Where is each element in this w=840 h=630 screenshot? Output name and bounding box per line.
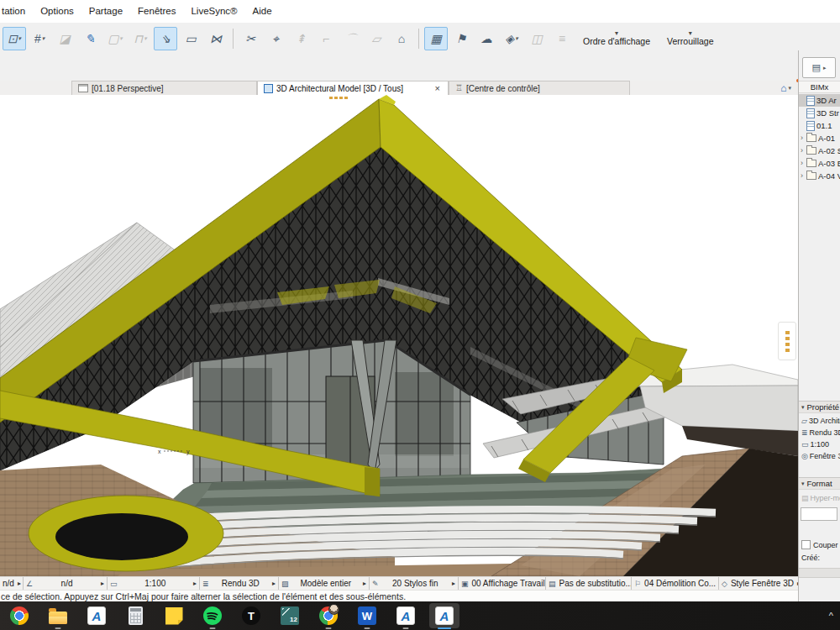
arrow-right-icon: ▸ [193, 580, 197, 587]
pin-icon: ⇞ [296, 33, 306, 45]
menu-item-aide[interactable]: Aide [245, 0, 280, 23]
couper-checkbox-row[interactable]: Couper en [801, 540, 840, 549]
tree-item-3d-structural[interactable]: 3D Str [799, 107, 840, 119]
pan-tool-button[interactable]: ⇘ [154, 27, 177, 50]
tab-3d-model[interactable]: 3D Architectural Model [3D / Tous] × [257, 81, 449, 95]
flag-tool-button[interactable]: ⚑ [449, 27, 473, 50]
taskbar-word[interactable]: W [348, 601, 386, 630]
diamond-icon: ◇ [722, 580, 727, 588]
status-renovation-filter[interactable]: ⚐ 04 Démolition Co... ▸ [632, 577, 719, 590]
origin-y-label: y [186, 449, 190, 455]
axis-tool-button[interactable]: ≡ [550, 27, 574, 50]
status-model-filter[interactable]: ▨ Modèle entier ▸ [279, 577, 370, 590]
close-icon[interactable]: × [433, 84, 442, 93]
orbit-tool-button[interactable]: ◈▾ [500, 27, 523, 50]
corner-tool-button[interactable]: ⌐ [314, 27, 338, 50]
windows-taskbar: A T 12 W A A ^ [0, 601, 840, 630]
grid-tool-button[interactable]: #▾ [28, 27, 51, 50]
status-pen-set[interactable]: ✎ 20 Stylos fin ▸ [370, 577, 459, 590]
pen-tool-button[interactable]: ✎ [78, 27, 102, 50]
sticky-notes-icon [165, 607, 183, 625]
arrow-tool-button[interactable]: ⊡▾ [3, 27, 26, 50]
open-indicator [55, 627, 61, 630]
tree-item-01-1[interactable]: 01.1 [799, 119, 840, 132]
property-row-render[interactable]: ≣ Rendu 3D [799, 427, 840, 438]
expander-icon[interactable]: › [801, 147, 806, 155]
panel-drag-handle[interactable] [778, 322, 796, 360]
expander-icon[interactable]: › [801, 160, 806, 167]
property-row-window[interactable]: ◎ Fenêtre 3D [799, 450, 840, 462]
taskbar-archicad[interactable]: A [77, 601, 116, 630]
door-tool-button[interactable]: ◫ [525, 27, 549, 50]
tree-item-3d-architectural[interactable]: 3D Ar [799, 94, 840, 107]
panel-options-button[interactable]: ▤ ▸ [802, 57, 836, 78]
status-3d-style[interactable]: ◇ Style Fenêtre 3D ▸ [719, 577, 798, 590]
toolbar: ⊡▾ #▾ ◪ ✎ ▢▾ ⊓▾ ⇘ ▭ ⋈ ✂ ⌖ ⇞ ⌐ ⌒ ▱ ⌂ ▦ ⚑ … [0, 23, 840, 81]
format-input[interactable] [801, 507, 837, 521]
bimx-title-label: BIMx [811, 82, 829, 92]
taskbar-file-explorer[interactable] [39, 601, 77, 630]
status-coords-x[interactable]: n/d ▸ [0, 577, 24, 590]
taskbar-cad-viewer[interactable]: 12 [270, 601, 309, 630]
tab-drag-handle[interactable] [329, 97, 348, 99]
lock-tool-button[interactable]: ⊓▾ [129, 27, 152, 50]
tab-perspective[interactable]: [01.18 Perspective] [71, 81, 257, 95]
expander-icon[interactable]: › [801, 134, 806, 142]
status-substitution[interactable]: ▤ Pas de substitutio... ▸ [546, 577, 632, 590]
status-layer-combination[interactable]: ▣ 00 Affichage Travail ▸ [459, 577, 546, 590]
spotify-icon [202, 606, 223, 626]
dimension-tool-button[interactable]: ▭ [179, 27, 202, 50]
status-coords-y[interactable]: ∠ n/d ▸ [24, 577, 108, 590]
status-render-mode[interactable]: ≣ Rendu 3D ▸ [200, 577, 279, 590]
menu-item-fenetres[interactable]: Fenêtres [130, 0, 183, 23]
arc-tool-button[interactable]: ⌒ [339, 27, 363, 50]
home-tool-button[interactable]: ⌂ [390, 27, 413, 50]
pin-tool-button[interactable]: ⇞ [289, 27, 312, 50]
bimx-panel-title: BIMx [799, 81, 840, 93]
stretch-tool-button[interactable]: ⋈ [204, 27, 228, 50]
chevron-down-icon: ▾ [515, 35, 518, 42]
folder-icon [806, 172, 816, 180]
taskbar-archicad-active[interactable]: A [425, 601, 464, 630]
slab-tool-button[interactable]: ◪ [53, 27, 76, 50]
chevron-down-icon: ▾ [18, 35, 22, 42]
taskbar-t-app[interactable]: T [232, 601, 270, 630]
target-tool-button[interactable]: ⌖ [264, 27, 287, 50]
taskbar-archicad-2[interactable]: A [386, 601, 425, 630]
display-order-dropdown[interactable]: ▾ Ordre d'affichage [583, 26, 650, 51]
taskbar-spotify[interactable] [193, 601, 232, 630]
tree-item-a02[interactable]: › A-02 S [799, 144, 840, 157]
home-view-icon[interactable]: ⌂ [780, 82, 786, 94]
taskbar-calculator[interactable] [116, 601, 155, 630]
taskbar-sticky-notes[interactable] [155, 601, 193, 630]
expander-icon[interactable]: › [801, 172, 806, 180]
tray-chevron-icon[interactable]: ^ [829, 611, 840, 621]
menu-item-documentation[interactable]: tation [0, 0, 33, 23]
tree-item-a03[interactable]: › A-03 E [799, 157, 840, 170]
format-section-header[interactable]: ▾ Format [799, 477, 840, 490]
hyper-model-row[interactable]: ▤ Hyper-mo [799, 492, 840, 504]
property-row-scale[interactable]: ▭ 1:100 [799, 438, 840, 450]
tab-control-center[interactable]: ♖ [Centre de contrôle] [449, 81, 630, 95]
marquee-tool-button[interactable]: ▦ [424, 27, 448, 50]
property-row-view[interactable]: ▱ 3D Archite [799, 415, 840, 427]
layer-lock-dropdown[interactable]: ▾ Verrouillage [667, 26, 713, 51]
resize-icon: ▱ [372, 33, 381, 45]
checkbox-icon[interactable] [801, 540, 811, 549]
taskbar-chrome-profile[interactable] [309, 601, 348, 630]
menu-item-options[interactable]: Options [33, 0, 81, 23]
resize-tool-button[interactable]: ▱ [365, 27, 388, 50]
status-scale[interactable]: ▭ 1:100 ▸ [108, 577, 200, 590]
chevron-down-icon[interactable]: ▾ [788, 85, 791, 92]
cloud-tool-button[interactable]: ☁ [475, 27, 498, 50]
viewport-3d[interactable]: x y [0, 95, 798, 576]
tree-item-a01[interactable]: › A-01 [799, 132, 840, 144]
properties-section-header[interactable]: ▾ Propriété [799, 401, 840, 413]
menu-item-livesync[interactable]: LiveSync® [183, 0, 244, 23]
shape-tool-button[interactable]: ▢▾ [103, 27, 127, 50]
tree-item-a04[interactable]: › A-04 V [799, 170, 840, 182]
split-tool-button[interactable]: ✂ [239, 27, 262, 50]
tab-bar-right-controls: ⌂ ▾ [780, 81, 798, 95]
menu-item-partage[interactable]: Partage [81, 0, 130, 23]
taskbar-chrome[interactable] [0, 601, 39, 630]
